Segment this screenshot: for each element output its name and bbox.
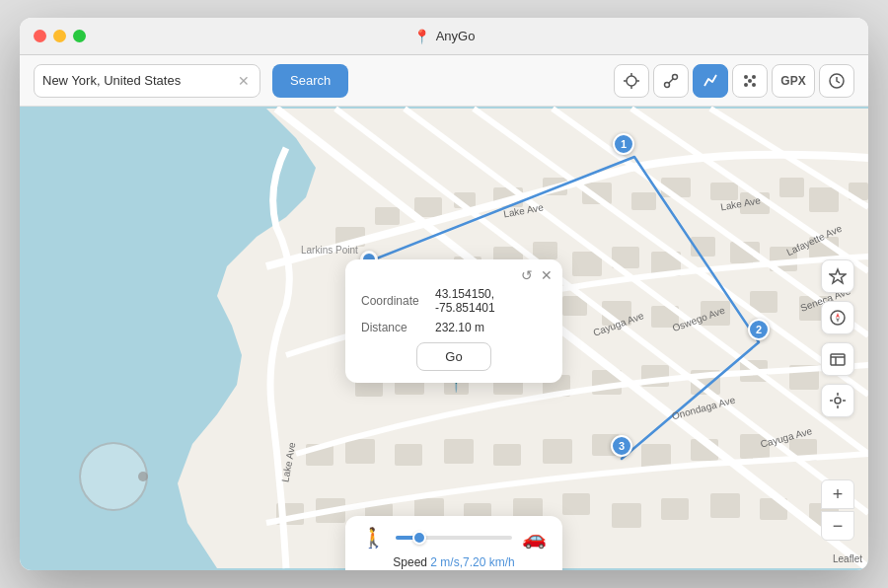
- waypoint-3[interactable]: 3: [611, 435, 632, 457]
- walk-icon: 🚶: [361, 526, 386, 550]
- search-input[interactable]: [42, 73, 238, 88]
- svg-rect-76: [612, 503, 641, 528]
- svg-rect-59: [345, 439, 375, 464]
- map-container[interactable]: Lake Ave Lake Ave Lafayette Ave Cayuga A…: [20, 107, 868, 570]
- svg-rect-63: [543, 439, 572, 464]
- distance-row: Distance 232.10 m: [361, 321, 547, 334]
- map-right-buttons: [821, 259, 854, 417]
- svg-rect-22: [631, 192, 656, 210]
- distance-label: Distance: [361, 321, 435, 334]
- speed-panel: 🚶 🚗 Speed 2 m/s,7.20 km/h: [345, 516, 562, 570]
- svg-point-12: [748, 79, 752, 83]
- svg-rect-26: [779, 178, 804, 197]
- svg-rect-60: [395, 444, 422, 466]
- svg-point-93: [835, 398, 841, 404]
- svg-point-8: [744, 75, 748, 79]
- speed-slider[interactable]: [396, 536, 512, 540]
- undo-button[interactable]: ↺: [521, 267, 533, 283]
- zoom-buttons: + −: [821, 479, 854, 541]
- search-container: ✕: [34, 64, 260, 98]
- app-window: 📍 AnyGo ✕ Search: [20, 18, 868, 570]
- svg-rect-27: [809, 187, 839, 212]
- joystick-dot: [138, 472, 148, 481]
- history-button[interactable]: [819, 64, 854, 98]
- titlebar: 📍 AnyGo: [20, 18, 868, 55]
- star-button[interactable]: [821, 259, 854, 293]
- larkins-point-label: Larkins Point: [301, 245, 358, 256]
- toolbar: ✕ Search: [20, 55, 868, 107]
- path-tool[interactable]: [653, 64, 689, 98]
- coordinate-value: 43.154150, -75.851401: [435, 287, 547, 315]
- coordinate-row: Coordinate 43.154150, -75.851401: [361, 287, 547, 315]
- crosshair-tool[interactable]: [614, 64, 649, 98]
- tool-group: GPX: [614, 64, 854, 98]
- svg-point-6: [673, 74, 678, 79]
- gpx-button[interactable]: GPX: [772, 64, 815, 98]
- svg-line-7: [669, 79, 673, 83]
- slider-track: [396, 536, 512, 540]
- title-text: AnyGo: [436, 29, 476, 43]
- svg-rect-77: [661, 498, 689, 520]
- popup-header: ↺ ✕: [345, 259, 562, 287]
- svg-rect-92: [831, 354, 845, 365]
- svg-marker-90: [836, 313, 840, 318]
- maximize-button[interactable]: [73, 30, 86, 42]
- go-button-container: Go: [361, 342, 547, 371]
- search-button[interactable]: Search: [272, 64, 348, 98]
- map-view-button[interactable]: [821, 342, 854, 376]
- svg-point-10: [744, 83, 748, 87]
- app-title: 📍 AnyGo: [413, 29, 476, 44]
- go-button[interactable]: Go: [416, 342, 490, 371]
- zoom-out-button[interactable]: −: [821, 511, 854, 541]
- minimize-button[interactable]: [53, 30, 66, 42]
- speed-text: Speed 2 m/s,7.20 km/h: [361, 555, 547, 569]
- svg-marker-91: [836, 318, 840, 323]
- svg-rect-31: [533, 242, 557, 259]
- svg-point-0: [627, 76, 636, 86]
- close-popup-button[interactable]: ✕: [541, 267, 553, 283]
- location-button[interactable]: [821, 384, 854, 417]
- zoom-in-button[interactable]: +: [821, 479, 854, 509]
- svg-marker-88: [830, 269, 846, 283]
- speed-value: 2 m/s,7.20 km/h: [430, 555, 514, 569]
- speed-label: Speed: [393, 555, 427, 569]
- coordinate-popup: ↺ ✕ Coordinate 43.154150, -75.851401 Dis…: [345, 259, 562, 383]
- dots-tool[interactable]: [732, 64, 768, 98]
- svg-rect-16: [375, 207, 400, 225]
- distance-value: 232.10 m: [435, 321, 484, 334]
- clear-icon[interactable]: ✕: [238, 73, 250, 89]
- joystick[interactable]: [79, 442, 148, 511]
- svg-point-11: [752, 83, 756, 87]
- svg-rect-61: [444, 439, 474, 464]
- speed-icons-row: 🚶 🚗: [361, 526, 547, 550]
- svg-rect-75: [562, 493, 590, 515]
- slider-thumb[interactable]: [412, 531, 426, 545]
- waypoint-1[interactable]: 1: [613, 133, 634, 155]
- car-icon: 🚗: [522, 526, 547, 550]
- close-button[interactable]: [34, 30, 46, 42]
- svg-rect-78: [710, 493, 740, 518]
- coordinate-label: Coordinate: [361, 294, 435, 308]
- multipoint-tool[interactable]: [693, 64, 728, 98]
- compass-button[interactable]: [821, 301, 854, 334]
- svg-rect-62: [493, 444, 521, 466]
- svg-rect-24: [710, 183, 738, 200]
- pin-icon: 📍: [413, 29, 430, 44]
- popup-body: Coordinate 43.154150, -75.851401 Distanc…: [345, 287, 562, 383]
- traffic-lights: [34, 30, 86, 42]
- svg-point-9: [752, 75, 756, 79]
- leaflet-attribution: Leaflet: [833, 553, 862, 564]
- waypoint-2[interactable]: 2: [748, 319, 770, 340]
- svg-point-5: [665, 82, 670, 87]
